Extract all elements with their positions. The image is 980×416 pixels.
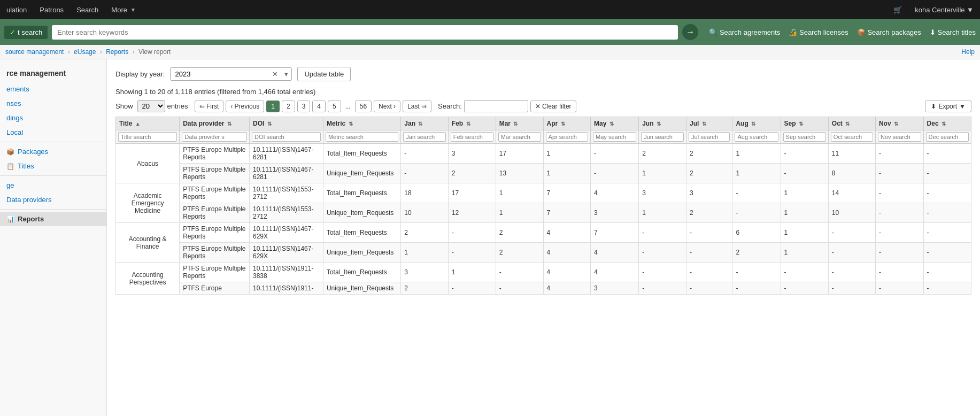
cell-sep: 1 [781,183,828,203]
sidebar-item-agreements[interactable]: ements [0,82,106,96]
table-row: Accounting & FinancePTFS Europe Multiple… [116,223,971,243]
page-size-select[interactable]: 20 50 100 [137,100,165,112]
search-input[interactable] [52,25,678,40]
nav-more[interactable]: More ▼ [109,6,140,14]
cell-doi: 10.1111/(ISSN)1553-2712 [250,203,323,223]
first-page-button[interactable]: ⇐ First [195,101,224,112]
breadcrumb-reports[interactable]: Reports [106,48,128,56]
col-title[interactable]: Title ▲ [116,117,180,130]
col-dec[interactable]: Dec ⇅ [923,117,971,130]
cell-dec: - [923,183,971,203]
col-jun[interactable]: Jun ⇅ [639,117,686,130]
breadcrumb-eusage[interactable]: eUsage [74,48,96,56]
search-nov-th [875,130,923,144]
search-filter-input[interactable] [464,100,528,112]
sidebar-item-holdings[interactable]: dings [0,111,106,125]
cell-apr: 4 [543,282,590,295]
col-data-provider[interactable]: Data provider ⇅ [180,117,250,130]
search-type-button[interactable]: ✓ t search [4,26,48,39]
sidebar-item-packages[interactable]: Packages [0,144,106,159]
sidebar-item-titles[interactable]: Titles [0,159,106,173]
col-jan[interactable]: Jan ⇅ [401,117,448,130]
nav-search[interactable]: Search [74,6,101,14]
search-titles-link[interactable]: ⬇ Search titles [930,28,976,36]
search-dp-input[interactable] [182,132,247,142]
year-dropdown-button[interactable]: ▾ [281,70,291,78]
search-sep-input[interactable] [783,132,826,142]
search-doi-input[interactable] [252,132,321,142]
year-input[interactable] [171,68,269,80]
content-area: Display by year: ✕ ▾ Update table Showin… [107,59,980,416]
search-feb-input[interactable] [451,132,493,142]
cell-feb: 17 [448,183,496,203]
nav-circulation[interactable]: ulation [4,6,29,14]
cell-feb: - [448,223,496,243]
help-link[interactable]: Help [961,48,975,56]
col-metric[interactable]: Metric ⇅ [323,117,400,130]
page-3-button[interactable]: 3 [297,101,311,112]
col-doi[interactable]: DOI ⇅ [250,117,323,130]
search-jun-input[interactable] [641,132,684,142]
cell-metric: Unique_Item_Requests [323,164,400,183]
search-may-input[interactable] [593,132,636,142]
search-dec-input[interactable] [926,132,969,142]
next-page-button[interactable]: Next › [374,101,400,112]
search-jan-input[interactable] [403,132,445,142]
cell-data_provider: PTFS Europe Multiple Reports [180,263,250,282]
update-table-button[interactable]: Update table [297,67,351,81]
cell-metric: Unique_Item_Requests [323,282,400,295]
col-jul[interactable]: Jul ⇅ [686,117,732,130]
col-apr[interactable]: Apr ⇅ [543,117,590,130]
search-licenses-link[interactable]: 🔏 Search licenses [789,28,848,36]
search-dp-th [180,130,250,144]
nav-cart[interactable]: 🛒 [891,6,904,14]
col-mar[interactable]: Mar ⇅ [496,117,543,130]
col-sep[interactable]: Sep ⇅ [781,117,828,130]
sidebar-item-reports[interactable]: Reports [0,212,106,226]
page-5-button[interactable]: 5 [328,101,341,112]
sidebar-item-data-providers[interactable]: Data providers [0,192,106,207]
search-bar: ✓ t search → 🔍 Search agreements 🔏 Searc… [0,19,980,45]
cell-jun: - [639,243,686,263]
sidebar-item-licenses[interactable]: nses [0,96,106,111]
cell-oct: - [828,282,875,295]
clear-filter-button[interactable]: ✕ Clear filter [530,101,576,112]
cell-mar: 1 [496,183,543,203]
col-feb[interactable]: Feb ⇅ [448,117,496,130]
last-page-button[interactable]: Last ⇒ [403,101,431,112]
cell-oct: - [828,223,875,243]
prev-page-button[interactable]: ‹ Previous [226,101,264,112]
cell-may: 7 [591,223,639,243]
show-label: Show [115,102,133,110]
search-agreements-link[interactable]: 🔍 Search agreements [709,28,780,36]
page-2-button[interactable]: 2 [282,101,295,112]
search-oct-input[interactable] [831,132,873,142]
koha-label[interactable]: koha Centerville ▼ [913,6,976,14]
search-jul-input[interactable] [689,132,730,142]
cell-sep: - [781,282,828,295]
export-button[interactable]: ⬇ Export ▼ [925,101,971,112]
search-packages-link[interactable]: 📦 Search packages [857,28,921,36]
page-4-button[interactable]: 4 [312,101,326,112]
breadcrumb-resource-mgmt[interactable]: source management [5,48,64,56]
search-metric-input[interactable] [326,132,398,142]
page-56-button[interactable]: 56 [355,101,372,112]
search-go-button[interactable]: → [682,24,698,40]
search-apr-input[interactable] [546,132,588,142]
year-clear-button[interactable]: ✕ [269,70,281,78]
nav-patrons[interactable]: Patrons [37,6,66,14]
col-oct[interactable]: Oct ⇅ [828,117,875,130]
sidebar-item-local[interactable]: Local [0,125,106,140]
sidebar-item-usage[interactable]: ge [0,178,106,192]
col-aug[interactable]: Aug ⇅ [732,117,781,130]
col-may[interactable]: May ⇅ [591,117,639,130]
breadcrumb-sep2: › [100,48,102,56]
col-nov[interactable]: Nov ⇅ [875,117,923,130]
page-1-button[interactable]: 1 [266,101,280,112]
search-nov-input[interactable] [878,132,921,142]
search-sep-th [781,130,828,144]
search-title-input[interactable] [118,132,177,142]
title-cell: Accounting & Finance [116,223,180,263]
search-aug-input[interactable] [735,132,778,142]
search-mar-input[interactable] [498,132,541,142]
